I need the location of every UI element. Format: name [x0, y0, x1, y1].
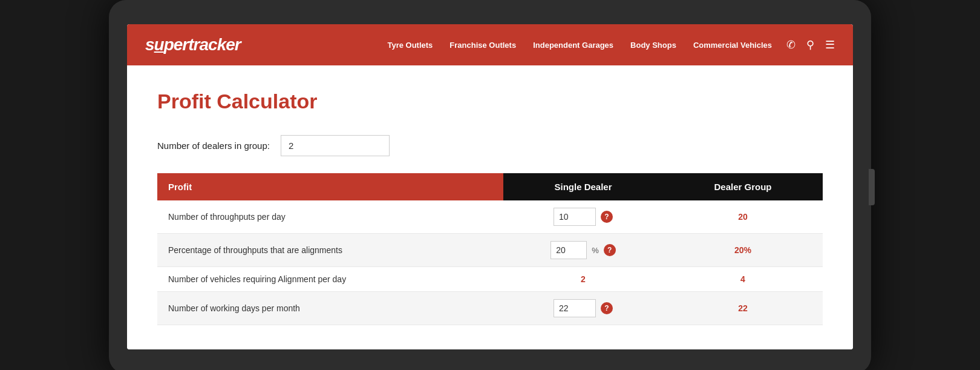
- row-label-2: Percentage of throughputs that are align…: [157, 234, 503, 267]
- table-row: Percentage of throughputs that are align…: [157, 234, 823, 267]
- nav-franchise-outlets[interactable]: Franchise Outlets: [449, 41, 516, 50]
- group-value-4: 22: [738, 303, 748, 313]
- working-days-input[interactable]: [554, 299, 596, 317]
- row-label-3: Number of vehicles requiring Alignment p…: [157, 267, 503, 292]
- col-header-single: Single Dealer: [503, 173, 663, 200]
- phone-icon[interactable]: ✆: [786, 38, 795, 51]
- nav-tyre-outlets[interactable]: Tyre Outlets: [387, 41, 433, 50]
- row-group-1: 20: [663, 200, 823, 234]
- table-row: Number of vehicles requiring Alignment p…: [157, 267, 823, 292]
- menu-icon[interactable]: ☰: [825, 38, 835, 51]
- row-single-1: ?: [503, 200, 663, 234]
- input-wrap-1: ?: [514, 208, 652, 226]
- dealers-label: Number of dealers in group:: [157, 140, 270, 151]
- col-header-group: Dealer Group: [663, 173, 823, 200]
- row-single-4: ?: [503, 292, 663, 325]
- logo[interactable]: supertracker: [145, 35, 241, 55]
- table-row: Number of working days per month ? 22: [157, 292, 823, 325]
- pct-symbol: %: [592, 246, 599, 255]
- search-icon[interactable]: ⚲: [806, 38, 814, 51]
- dealers-input[interactable]: [281, 135, 390, 156]
- single-value-3: 2: [581, 274, 586, 284]
- row-group-4: 22: [663, 292, 823, 325]
- input-wrap-4: ?: [514, 299, 652, 317]
- help-icon-2[interactable]: ?: [604, 244, 616, 256]
- group-value-3: 4: [740, 274, 745, 284]
- table-row: Number of throughputs per day ? 20: [157, 200, 823, 234]
- row-group-3: 4: [663, 267, 823, 292]
- dealers-row: Number of dealers in group:: [157, 135, 823, 156]
- pct-alignments-input[interactable]: [550, 241, 587, 259]
- device-frame: supertracker Tyre Outlets Franchise Outl…: [109, 0, 871, 370]
- row-label-4: Number of working days per month: [157, 292, 503, 325]
- row-single-2: % ?: [503, 234, 663, 267]
- col-header-profit: Profit: [157, 173, 503, 200]
- throughputs-input[interactable]: [554, 208, 596, 226]
- side-button: [869, 169, 875, 205]
- nav-body-shops[interactable]: Body Shops: [630, 41, 676, 50]
- row-label-1: Number of throughputs per day: [157, 200, 503, 234]
- input-wrap-2: % ?: [514, 241, 652, 259]
- main-content: Profit Calculator Number of dealers in g…: [127, 65, 853, 349]
- nav-independent-garages[interactable]: Independent Garages: [533, 41, 613, 50]
- calc-table: Profit Single Dealer Dealer Group Number…: [157, 173, 823, 325]
- device-screen: supertracker Tyre Outlets Franchise Outl…: [127, 24, 853, 349]
- row-single-3: 2: [503, 267, 663, 292]
- nav-commercial-vehicles[interactable]: Commercial Vehicles: [693, 41, 772, 50]
- page-title: Profit Calculator: [157, 90, 823, 113]
- nav-icons: ✆ ⚲ ☰: [786, 38, 835, 51]
- row-group-2: 20%: [663, 234, 823, 267]
- nav-bar: supertracker Tyre Outlets Franchise Outl…: [127, 24, 853, 65]
- group-value-1: 20: [738, 212, 748, 222]
- help-icon-4[interactable]: ?: [601, 302, 613, 314]
- nav-links: Tyre Outlets Franchise Outlets Independe…: [387, 41, 772, 50]
- group-value-2: 20%: [734, 245, 751, 255]
- help-icon-1[interactable]: ?: [601, 211, 613, 223]
- value-wrap-3: 2: [514, 274, 652, 284]
